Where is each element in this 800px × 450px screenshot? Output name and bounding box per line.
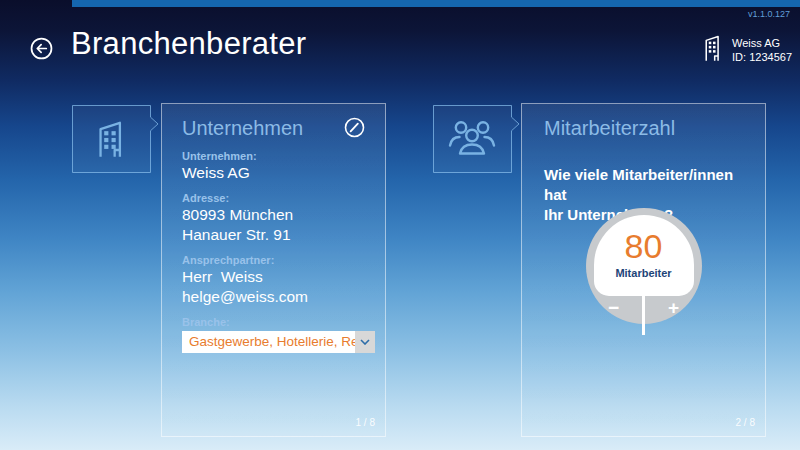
contact-field-label: Ansprechpartner:	[182, 254, 365, 267]
employee-count-value: 80	[594, 228, 694, 264]
employees-card-title: Mitarbeiterzahl	[544, 115, 743, 141]
employees-card: Mitarbeiterzahl Wie viele Mitarbeiter/in…	[521, 103, 766, 437]
account-info: Weiss AG ID: 1234567	[702, 33, 792, 67]
version-label: v1.1.0.127	[748, 9, 790, 19]
people-group-icon	[433, 105, 511, 173]
edit-button[interactable]	[344, 117, 365, 138]
top-accent-stripe	[72, 0, 800, 7]
contact-name: Herr Weiss	[182, 267, 365, 287]
industry-dropdown[interactable]: Gastgewerbe, Hotellerie, Rei...	[182, 331, 375, 353]
employee-count-display: 80 Mitarbeiter	[594, 215, 694, 296]
edit-pencil-icon	[344, 126, 365, 141]
employees-icon-box	[433, 105, 521, 173]
company-field-value: Weiss AG	[182, 163, 365, 183]
company-icon-box	[72, 105, 160, 173]
employees-question-line1: Wie viele Mitarbeiter/innen hat	[544, 166, 733, 203]
decrease-button[interactable]: −	[594, 296, 634, 320]
company-card-page-indicator: 1 / 8	[356, 417, 375, 428]
back-arrow-icon	[30, 48, 53, 63]
contact-field: Ansprechpartner: Herr Weiss helge@weiss.…	[182, 254, 365, 307]
industry-field: Branche: Gastgewerbe, Hotellerie, Rei...	[182, 316, 365, 353]
back-button[interactable]	[30, 37, 53, 60]
company-card: Unternehmen Unternehmen: Weiss AG Adress…	[161, 103, 386, 437]
branchenberater-screen: v1.1.0.127 Branchenberater	[0, 0, 800, 450]
company-field: Unternehmen: Weiss AG	[182, 150, 365, 183]
address-line-1: 80993 München	[182, 205, 365, 225]
building-icon	[72, 105, 150, 173]
page-title: Branchenberater	[71, 26, 306, 62]
employee-counter: 80 Mitarbeiter − +	[586, 208, 702, 324]
company-field-label: Unternehmen:	[182, 150, 365, 163]
industry-field-label: Branche:	[182, 316, 365, 329]
industry-dropdown-value: Gastgewerbe, Hotellerie, Rei...	[182, 331, 355, 353]
employees-card-page-indicator: 2 / 8	[736, 417, 755, 428]
address-line-2: Hanauer Str. 91	[182, 225, 365, 245]
company-card-title: Unternehmen	[182, 115, 303, 141]
address-field-label: Adresse:	[182, 192, 365, 205]
chevron-down-icon[interactable]	[355, 331, 375, 353]
account-name: Weiss AG	[732, 36, 792, 50]
contact-email: helge@weiss.com	[182, 287, 365, 307]
address-field: Adresse: 80993 München Hanauer Str. 91	[182, 192, 365, 245]
counter-divider	[642, 294, 645, 335]
account-building-icon	[702, 33, 724, 67]
employee-count-unit: Mitarbeiter	[594, 267, 694, 279]
increase-button[interactable]: +	[654, 296, 694, 320]
account-id: ID: 1234567	[732, 50, 792, 64]
